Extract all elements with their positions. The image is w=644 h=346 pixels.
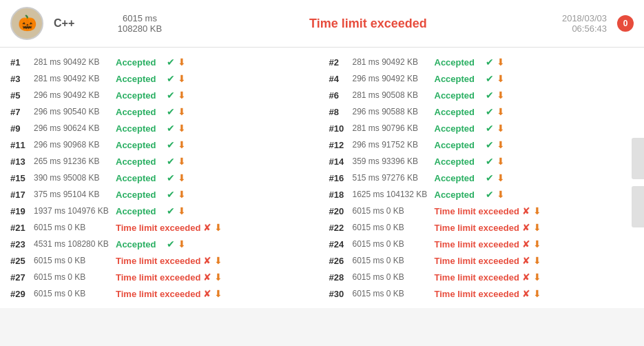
download-icon[interactable]: ⬇ [214, 272, 222, 283]
test-number: #30 [329, 289, 350, 299]
table-row: #266015 ms 0 KBTime limit exceeded✘⬇ [329, 253, 634, 268]
time-memory: 375 ms 95104 KB [34, 190, 113, 199]
check-icon: ✔ [167, 172, 175, 183]
cross-icon: ✘ [203, 255, 211, 266]
table-row: #181625 ms 104132 KBAccepted✔⬇ [329, 187, 634, 202]
table-row: #14359 ms 93396 KBAccepted✔⬇ [329, 154, 634, 169]
result-status: Accepted [435, 74, 483, 84]
test-number: #28 [329, 272, 350, 283]
download-icon[interactable]: ⬇ [178, 172, 186, 183]
download-icon[interactable]: ⬇ [497, 106, 505, 117]
table-row: #286015 ms 0 KBTime limit exceeded✘⬇ [329, 269, 634, 285]
time-memory: 6015 ms 0 KB [34, 256, 113, 265]
download-icon[interactable]: ⬇ [497, 189, 505, 200]
download-icon[interactable]: ⬇ [178, 238, 186, 250]
results-grid: #1281 ms 90492 KBAccepted✔⬇#2281 ms 9049… [10, 54, 634, 301]
time-memory: 359 ms 93396 KB [353, 156, 432, 166]
download-icon[interactable]: ⬇ [533, 238, 541, 250]
result-status: Time limit exceeded [116, 223, 200, 233]
test-number: #29 [10, 289, 31, 299]
test-number: #24 [329, 239, 350, 250]
cross-icon: ✘ [203, 272, 211, 283]
download-icon[interactable]: ⬇ [178, 139, 186, 150]
result-status: Accepted [116, 123, 164, 134]
cross-icon: ✘ [522, 272, 530, 283]
test-number: #26 [329, 256, 350, 266]
download-icon[interactable]: ⬇ [178, 90, 186, 101]
download-icon[interactable]: ⬇ [533, 272, 541, 283]
download-icon[interactable]: ⬇ [533, 288, 541, 299]
check-icon: ✔ [167, 238, 175, 250]
download-icon[interactable]: ⬇ [214, 255, 222, 266]
result-status: Accepted [435, 140, 483, 150]
test-number: #20 [329, 206, 350, 216]
download-icon[interactable]: ⬇ [178, 189, 186, 200]
download-icon[interactable]: ⬇ [178, 57, 186, 68]
download-icon[interactable]: ⬇ [497, 139, 505, 150]
test-number: #13 [10, 156, 31, 167]
submission-stats: 6015 ms 108280 KB [105, 13, 174, 34]
download-icon[interactable]: ⬇ [214, 288, 222, 299]
result-status: Accepted [435, 90, 483, 101]
download-icon[interactable]: ⬇ [178, 205, 186, 216]
download-icon[interactable]: ⬇ [533, 205, 541, 216]
table-row: #6281 ms 90508 KBAccepted✔⬇ [329, 88, 634, 103]
test-number: #3 [10, 74, 31, 84]
time-memory: 296 ms 90588 KB [353, 107, 432, 116]
test-number: #18 [329, 190, 350, 200]
download-icon[interactable]: ⬇ [178, 156, 186, 167]
time-memory: 6015 ms 0 KB [353, 256, 432, 265]
check-icon: ✔ [167, 106, 175, 117]
check-icon: ✔ [486, 189, 494, 200]
download-icon[interactable]: ⬇ [497, 156, 505, 167]
download-icon[interactable]: ⬇ [497, 172, 505, 183]
download-icon[interactable]: ⬇ [497, 90, 505, 101]
check-icon: ✔ [167, 57, 175, 68]
test-number: #27 [10, 272, 31, 283]
cross-icon: ✘ [203, 288, 211, 299]
time-memory: 6015 ms 0 KB [34, 223, 113, 232]
scroll-down-btn[interactable] [632, 186, 644, 227]
result-status: Time limit exceeded [435, 223, 519, 233]
download-icon[interactable]: ⬇ [497, 73, 505, 84]
download-icon[interactable]: ⬇ [533, 255, 541, 266]
table-row: #296015 ms 0 KBTime limit exceeded✘⬇ [10, 286, 315, 301]
cross-icon: ✘ [522, 255, 530, 266]
download-icon[interactable]: ⬇ [497, 123, 505, 134]
download-icon[interactable]: ⬇ [178, 123, 186, 134]
download-icon[interactable]: ⬇ [533, 222, 541, 233]
check-icon: ✔ [167, 123, 175, 134]
submission-date: 2018/03/03 [562, 13, 607, 23]
test-number: #21 [10, 223, 31, 233]
result-status: Accepted [116, 140, 164, 150]
table-row: #306015 ms 0 KBTime limit exceeded✘⬇ [329, 286, 634, 301]
scroll-up-btn[interactable] [632, 138, 644, 179]
time-memory: 296 ms 90492 KB [34, 90, 113, 100]
test-number: #23 [10, 239, 31, 250]
download-icon[interactable]: ⬇ [214, 222, 222, 233]
check-icon: ✔ [486, 172, 494, 183]
submission-time: 06:56:43 [562, 23, 607, 34]
time-memory: 296 ms 90492 KB [353, 74, 432, 83]
test-number: #22 [329, 223, 350, 233]
time-memory: 1625 ms 104132 KB [353, 190, 432, 199]
check-icon: ✔ [167, 189, 175, 200]
result-status: Accepted [435, 57, 483, 68]
download-icon[interactable]: ⬇ [497, 57, 505, 68]
time-memory: 6015 ms 0 KB [353, 206, 432, 216]
test-number: #4 [329, 74, 350, 84]
test-number: #15 [10, 173, 31, 183]
download-icon[interactable]: ⬇ [178, 106, 186, 117]
result-status: Accepted [435, 107, 483, 117]
submission-header: 🎃 C++ 6015 ms 108280 KB Time limit excee… [0, 0, 644, 48]
test-number: #14 [329, 156, 350, 167]
cross-icon: ✘ [522, 222, 530, 233]
time-memory: 6015 ms 0 KB [353, 289, 432, 298]
table-row: #9296 ms 90624 KBAccepted✔⬇ [10, 121, 315, 136]
download-icon[interactable]: ⬇ [178, 73, 186, 84]
check-icon: ✔ [167, 139, 175, 150]
avatar-icon: 🎃 [18, 14, 37, 32]
table-row: #7296 ms 90540 KBAccepted✔⬇ [10, 104, 315, 119]
check-icon: ✔ [167, 73, 175, 84]
memory-stat: 108280 KB [105, 23, 174, 34]
